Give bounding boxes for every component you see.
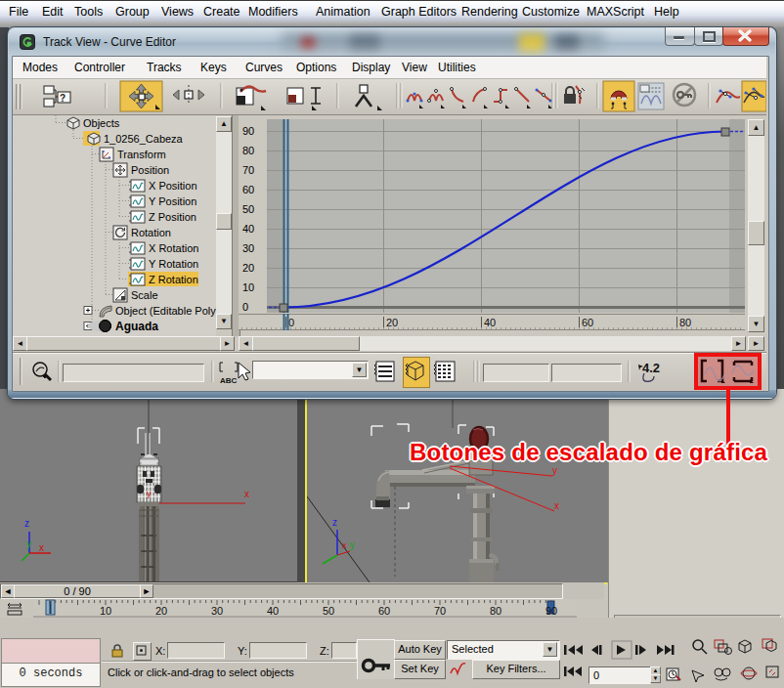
svg-text:Z Rotation: Z Rotation <box>149 274 198 285</box>
svg-text:?: ? <box>60 93 65 104</box>
svg-text:x: x <box>39 542 44 553</box>
svg-text:z: z <box>332 517 337 528</box>
svg-text:Objects: Objects <box>83 117 120 129</box>
svg-text:20: 20 <box>386 317 398 328</box>
svg-text:x: x <box>244 489 249 499</box>
svg-text:40: 40 <box>484 317 496 328</box>
svg-text:Rotation: Rotation <box>131 227 171 238</box>
svg-text:x: x <box>554 500 559 511</box>
svg-text:20: 20 <box>155 605 167 617</box>
svg-text:80: 80 <box>490 605 501 617</box>
svg-text:Object (Editable Poly): Object (Editable Poly) <box>115 305 216 317</box>
svg-text:Position: Position <box>131 164 169 176</box>
svg-text:70: 70 <box>434 605 446 617</box>
svg-text:10: 10 <box>100 605 111 617</box>
svg-text:4.2: 4.2 <box>642 361 660 375</box>
svg-text:ABC: ABC <box>220 376 238 385</box>
svg-text:y: y <box>26 538 31 549</box>
svg-text:60: 60 <box>582 317 593 328</box>
svg-text:z: z <box>24 518 29 529</box>
svg-text:80: 80 <box>679 317 691 328</box>
svg-text:y: y <box>350 539 355 550</box>
svg-text:Scale: Scale <box>131 289 158 301</box>
svg-text:Transform: Transform <box>117 149 166 160</box>
svg-text:30: 30 <box>211 605 223 617</box>
svg-text:Y Position: Y Position <box>149 195 196 207</box>
svg-text:Aguada: Aguada <box>115 320 158 333</box>
svg-text:0: 0 <box>288 317 294 328</box>
svg-text:X Rotation: X Rotation <box>149 242 198 254</box>
svg-text:X Position: X Position <box>149 180 197 192</box>
svg-text:Y Rotation: Y Rotation <box>149 258 198 270</box>
svg-text:40: 40 <box>267 605 279 617</box>
svg-text:60: 60 <box>378 605 390 617</box>
svg-text:x: x <box>342 540 347 550</box>
svg-text:1_0256_Cabeza: 1_0256_Cabeza <box>104 133 184 145</box>
svg-text:y: y <box>147 489 152 498</box>
svg-text:Z Position: Z Position <box>149 211 196 223</box>
svg-text:50: 50 <box>323 605 334 617</box>
svg-text:90: 90 <box>545 605 557 617</box>
